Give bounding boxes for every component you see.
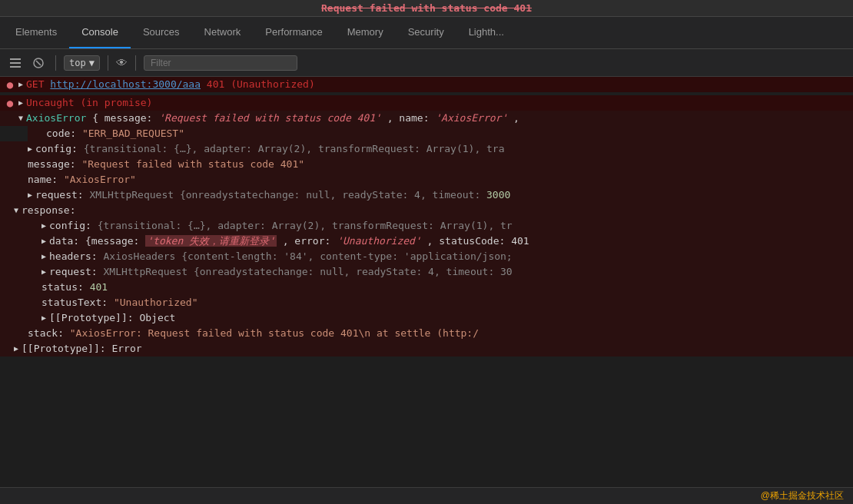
prototype-error-line: ▶ [[Prototype]]: Error: [0, 341, 853, 356]
tab-performance[interactable]: Performance: [253, 17, 334, 48]
console-error-line-2: ● ▶ Uncaught (in promise): [0, 95, 853, 111]
response-headers-line: ▶ headers: AxiosHeaders {content-length:…: [0, 249, 853, 264]
request-text: request: XMLHttpRequest {onreadystatecha…: [35, 188, 510, 202]
toolbar: top ▼ 👁: [0, 49, 853, 77]
response-request-line: ▶ request: XMLHttpRequest {onreadystatec…: [0, 264, 853, 280]
tab-sources[interactable]: Sources: [131, 17, 192, 48]
request-line: ▶ request: XMLHttpRequest {onreadystatec…: [0, 187, 853, 203]
stack-text: stack: "AxiosError: Request failed with …: [28, 327, 479, 340]
response-prototype-line: ▶ [[Prototype]]: Object: [0, 310, 853, 326]
collapse-response-icon[interactable]: ▼: [14, 204, 18, 217]
response-data-line: ▶ data: {message: 'token 失效，请重新登录' , err…: [0, 234, 853, 249]
tab-console[interactable]: Console: [69, 17, 131, 48]
resp-data-text: data: {message: 'token 失效，请重新登录' , error…: [49, 234, 529, 248]
sidebar-toggle-button[interactable]: [6, 54, 25, 72]
eye-icon: 👁: [116, 56, 128, 70]
tab-security[interactable]: Security: [396, 17, 456, 48]
proto-error-text: [[Prototype]]: Error: [22, 342, 142, 356]
response-status-line: status: 401: [0, 280, 853, 295]
expand-resp-request-icon[interactable]: ▶: [41, 265, 46, 279]
expand-proto-error-icon[interactable]: ▶: [14, 342, 18, 356]
message-text: message: "Request failed with status cod…: [28, 158, 304, 171]
svg-rect-2: [10, 66, 21, 68]
name-line: name: "AxiosError": [0, 172, 853, 187]
svg-rect-1: [10, 62, 21, 64]
expand-headers-icon[interactable]: ▶: [41, 250, 46, 264]
collapse-icon-1[interactable]: ▼: [18, 111, 23, 125]
dropdown-arrow-icon: ▼: [89, 58, 95, 68]
name-text: name: "AxiosError": [28, 173, 136, 187]
resp-statustext-text: statusText: "Unauthorized": [41, 296, 198, 310]
response-statustext-line: statusText: "Unauthorized": [0, 295, 853, 310]
error-text-1: GET http://localhost:3000/aaa 401 (Unaut…: [26, 78, 315, 91]
resp-request-text: request: XMLHttpRequest {onreadystatecha…: [49, 265, 513, 279]
uncaught-text: Uncaught (in promise): [26, 96, 152, 110]
svg-rect-0: [10, 58, 21, 60]
error-icon-2: ●: [3, 96, 17, 110]
toolbar-divider-3: [135, 55, 136, 71]
response-config-line: ▶ config: {transitional: {…}, adapter: A…: [0, 218, 853, 234]
tab-memory[interactable]: Memory: [335, 17, 396, 48]
message-line: message: "Request failed with status cod…: [0, 157, 853, 172]
toolbar-divider-2: [108, 55, 108, 71]
axios-error-text: AxiosError { message: 'Request failed wi…: [26, 111, 519, 125]
tab-bar: Elements Console Sources Network Perform…: [0, 17, 853, 49]
expand-resp-config-icon[interactable]: ▶: [41, 219, 46, 233]
tab-network[interactable]: Network: [192, 17, 254, 48]
tab-lighthouse[interactable]: Lighth...: [456, 17, 516, 48]
expand-data-icon[interactable]: ▶: [41, 234, 46, 248]
stack-line: stack: "AxiosError: Request failed with …: [0, 326, 853, 341]
response-line: ▼ response:: [0, 203, 853, 218]
toolbar-divider: [55, 55, 56, 71]
code-line: code: "ERR_BAD_REQUEST": [28, 126, 853, 141]
context-selector[interactable]: top ▼: [64, 55, 100, 71]
expand-resp-proto-icon[interactable]: ▶: [41, 311, 46, 325]
tab-elements[interactable]: Elements: [3, 17, 69, 48]
filter-input[interactable]: [144, 55, 297, 71]
expand-icon-2[interactable]: ▶: [18, 96, 23, 110]
response-text: response:: [22, 204, 75, 217]
resp-headers-text: headers: AxiosHeaders {content-length: '…: [49, 250, 513, 264]
watermark-text: @稀土掘金技术社区: [761, 489, 844, 502]
title-bar: Request failed with status code 401: [0, 0, 853, 17]
expand-config-icon[interactable]: ▶: [28, 142, 32, 156]
context-label: top: [69, 58, 86, 68]
error-icon-1: ●: [3, 78, 17, 91]
resp-proto-text: [[Prototype]]: Object: [49, 311, 175, 325]
error-link-1[interactable]: http://localhost:3000/aaa: [50, 78, 201, 90]
title-text: Request failed with status code 401: [321, 2, 532, 14]
config-text: config: {transitional: {…}, adapter: Arr…: [35, 142, 505, 156]
axios-error-line: ▼ AxiosError { message: 'Request failed …: [0, 111, 853, 126]
code-text: code: "ERR_BAD_REQUEST": [46, 127, 184, 141]
clear-console-button[interactable]: [29, 54, 48, 72]
svg-line-4: [36, 61, 41, 65]
console-content: ● ▶ GET http://localhost:3000/aaa 401 (U…: [0, 77, 853, 487]
config-line: ▶ config: {transitional: {…}, adapter: A…: [0, 141, 853, 157]
console-error-line-1: ● ▶ GET http://localhost:3000/aaa 401 (U…: [0, 77, 853, 92]
resp-config-text: config: {transitional: {…}, adapter: Arr…: [49, 219, 513, 233]
expand-request-icon[interactable]: ▶: [28, 188, 32, 202]
status-bar: @稀土掘金技术社区: [0, 487, 853, 504]
expand-icon-1[interactable]: ▶: [18, 78, 23, 91]
resp-status-text: status: 401: [41, 280, 108, 294]
